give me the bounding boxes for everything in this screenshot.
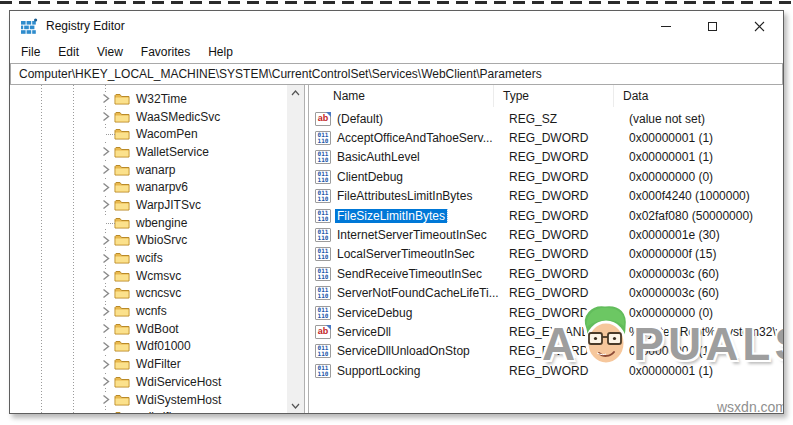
value-type: REG_DWORD [500, 209, 620, 223]
value-row[interactable]: 011110 FileSizeLimitInBytes REG_DWORD 0x… [309, 206, 783, 225]
tree-item[interactable]: WacomPen [10, 125, 287, 143]
value-data: 0x0000003c (60) [620, 286, 783, 300]
value-row[interactable]: 011110 SupportLocking REG_DWORD 0x000000… [309, 361, 783, 380]
value-name[interactable]: ServiceDllUnloadOnStop [335, 344, 500, 358]
reg-dword-icon: 011110 [315, 209, 331, 223]
value-row[interactable]: 011110 AcceptOfficeAndTahoeServ... REG_D… [309, 128, 783, 147]
column-header-name[interactable]: Name [309, 85, 494, 107]
value-row[interactable]: 011110 ServiceDllUnloadOnStop REG_DWORD … [309, 342, 783, 361]
value-name[interactable]: SupportLocking [335, 364, 500, 378]
tree-item[interactable]: WarpJITSvc [10, 196, 287, 214]
tree-scrollbar[interactable] [287, 85, 304, 413]
tree-item[interactable]: WdBoot [10, 320, 287, 338]
tree-item[interactable]: WaaSMedicSvc [10, 108, 287, 126]
tree-item[interactable]: wdiwifi [10, 408, 287, 413]
tree-item[interactable]: Wdf01000 [10, 338, 287, 356]
chevron-right-icon[interactable] [99, 234, 112, 247]
value-row[interactable]: 011110 FileAttributesLimitInBytes REG_DW… [309, 187, 783, 206]
folder-icon [114, 375, 130, 389]
value-row[interactable]: ab (Default) REG_SZ (value not set) [309, 109, 783, 128]
value-name[interactable]: LocalServerTimeoutInSec [335, 247, 500, 261]
column-header-type[interactable]: Type [494, 85, 614, 107]
chevron-right-icon[interactable] [99, 181, 112, 194]
value-row[interactable]: ab ServiceDll REG_EXPAND_SZ %SystemRoot%… [309, 322, 783, 341]
menu-item-favorites[interactable]: Favorites [132, 45, 199, 59]
tree-item[interactable]: WdiServiceHost [10, 373, 287, 391]
value-name[interactable]: InternetServerTimeoutInSec [335, 228, 500, 242]
value-row[interactable]: 011110 ServerNotFoundCacheLifeTi... REG_… [309, 284, 783, 303]
folder-icon [114, 304, 130, 318]
menu-item-view[interactable]: View [88, 45, 132, 59]
value-type: REG_DWORD [500, 344, 620, 358]
tree-item[interactable]: wcncsvc [10, 285, 287, 303]
value-row[interactable]: 011110 InternetServerTimeoutInSec REG_DW… [309, 225, 783, 244]
address-bar[interactable]: Computer\HKEY_LOCAL_MACHINE\SYSTEM\Curre… [10, 63, 783, 85]
chevron-right-icon[interactable] [99, 269, 112, 282]
chevron-right-icon[interactable] [99, 305, 112, 318]
chevron-right-icon[interactable] [99, 252, 112, 265]
registry-editor-app-icon [21, 18, 38, 35]
scroll-up-icon[interactable] [287, 85, 304, 100]
value-name[interactable]: FileSizeLimitInBytes [335, 209, 500, 223]
chevron-right-icon[interactable] [99, 375, 112, 388]
tree-item[interactable]: wanarp [10, 161, 287, 179]
tree-item-label: wcnfs [136, 304, 167, 318]
tree-item-label: Wdf01000 [136, 339, 191, 353]
tree-item[interactable]: WbioSrvc [10, 232, 287, 250]
tree-item[interactable]: wcifs [10, 249, 287, 267]
minimize-button[interactable] [642, 11, 689, 41]
tree-item-label: WaaSMedicSvc [136, 110, 220, 124]
value-row[interactable]: 011110 ClientDebug REG_DWORD 0x00000000 … [309, 167, 783, 186]
chevron-right-icon[interactable] [99, 163, 112, 176]
value-data: 0x00000001 (1) [620, 131, 783, 145]
menu-item-file[interactable]: File [12, 45, 49, 59]
chevron-right-icon[interactable] [99, 110, 112, 123]
tree-item[interactable]: wbengine [10, 214, 287, 232]
tree-item[interactable]: WdiSystemHost [10, 391, 287, 409]
tree-item[interactable]: WalletService [10, 143, 287, 161]
value-name[interactable]: SendReceiveTimeoutInSec [335, 267, 500, 281]
values-panel: Name Type Data ab (Default) REG_SZ (valu… [309, 85, 783, 413]
tree-item-label: WdBoot [136, 322, 179, 336]
folder-icon [114, 322, 130, 336]
chevron-right-icon[interactable] [99, 198, 112, 211]
chevron-right-icon[interactable] [99, 145, 112, 158]
chevron-right-icon[interactable] [99, 393, 112, 406]
value-data: 0x0000001e (30) [620, 228, 783, 242]
value-row[interactable]: 011110 LocalServerTimeoutInSec REG_DWORD… [309, 245, 783, 264]
chevron-right-icon[interactable] [99, 322, 112, 335]
value-name[interactable]: ServiceDll [335, 325, 500, 339]
tree-item[interactable]: W32Time [10, 90, 287, 108]
chevron-right-icon[interactable] [99, 287, 112, 300]
value-name[interactable]: ServerNotFoundCacheLifeTi... [335, 286, 500, 300]
chevron-right-icon[interactable] [99, 411, 112, 413]
value-name[interactable]: FileAttributesLimitInBytes [335, 189, 500, 203]
menu-item-help[interactable]: Help [199, 45, 242, 59]
screen-edge-artifact [0, 1, 793, 4]
value-name[interactable]: BasicAuthLevel [335, 150, 500, 164]
tree-item-label: wdiwifi [136, 410, 171, 413]
value-row[interactable]: 011110 SendReceiveTimeoutInSec REG_DWORD… [309, 264, 783, 283]
value-row[interactable]: 011110 ServiceDebug REG_DWORD 0x00000000… [309, 303, 783, 322]
main-area: W32Time WaaSMedicSvc WacomPen [10, 85, 783, 413]
close-button[interactable] [736, 11, 783, 41]
tree-item[interactable]: wanarpv6 [10, 178, 287, 196]
chevron-right-icon[interactable] [99, 92, 112, 105]
chevron-right-icon[interactable] [99, 358, 112, 371]
tree-item[interactable]: Wcmsvc [10, 267, 287, 285]
column-header-data[interactable]: Data [614, 85, 783, 107]
value-name[interactable]: AcceptOfficeAndTahoeServ... [335, 131, 500, 145]
tree-item[interactable]: WdFilter [10, 355, 287, 373]
scroll-down-icon[interactable] [287, 398, 304, 413]
maximize-button[interactable] [689, 11, 736, 41]
value-name[interactable]: (Default) [335, 112, 500, 126]
value-type: REG_DWORD [500, 150, 620, 164]
value-name[interactable]: ClientDebug [335, 170, 500, 184]
tree-item[interactable]: wcnfs [10, 302, 287, 320]
chevron-right-icon[interactable] [99, 340, 112, 353]
value-row[interactable]: 011110 BasicAuthLevel REG_DWORD 0x000000… [309, 148, 783, 167]
menu-item-edit[interactable]: Edit [49, 45, 88, 59]
value-type: REG_DWORD [500, 228, 620, 242]
value-type: REG_DWORD [500, 286, 620, 300]
value-name[interactable]: ServiceDebug [335, 306, 500, 320]
